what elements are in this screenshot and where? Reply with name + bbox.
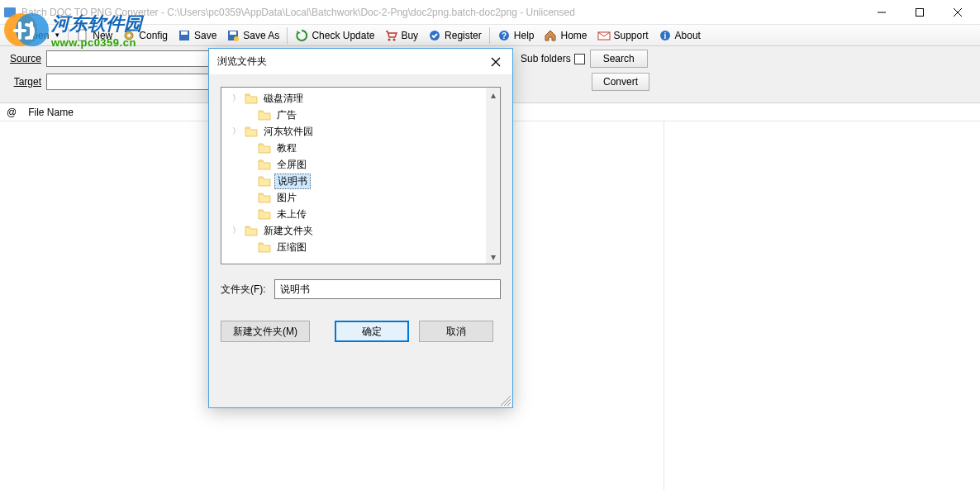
register-icon: [428, 29, 441, 42]
help-icon: ?: [497, 29, 511, 42]
mail-icon: [597, 29, 611, 42]
tree-item-label: 广告: [274, 108, 299, 122]
tree-scrollbar[interactable]: ▴▾: [486, 88, 500, 264]
svg-rect-3: [916, 8, 924, 16]
svg-point-11: [234, 36, 239, 41]
svg-rect-4: [78, 30, 86, 40]
list-pane-right: [664, 121, 980, 490]
search-button[interactable]: Search: [590, 50, 648, 68]
svg-text:i: i: [664, 31, 666, 40]
svg-point-12: [388, 38, 391, 40]
tree-item[interactable]: 教程: [221, 140, 500, 156]
folder-icon: [258, 109, 271, 121]
svg-text:?: ?: [502, 31, 507, 40]
folder-icon: [258, 192, 271, 203]
tree-item-label: 全屏图: [274, 158, 309, 172]
tree-item-label: 说明书: [274, 174, 311, 189]
expander-icon[interactable]: 〉: [231, 126, 241, 137]
folder-field-label: 文件夹(F):: [221, 283, 266, 297]
subfolders-checkbox-wrap[interactable]: Sub folders: [521, 53, 585, 64]
tree-item[interactable]: 广告: [221, 107, 500, 123]
folder-icon: [258, 208, 271, 220]
app-icon: [3, 6, 17, 19]
tree-item[interactable]: 图片: [221, 189, 500, 206]
window-titlebar: Batch DOC TO PNG Converter - C:\Users\pc…: [0, 0, 980, 25]
tree-item-label: 压缩图: [274, 240, 309, 255]
resize-grip-icon[interactable]: [501, 396, 511, 406]
tree-item-label: 未上传: [274, 207, 309, 221]
maximize-button[interactable]: [901, 0, 939, 25]
tree-item-label: 图片: [274, 191, 299, 205]
tree-item[interactable]: 全屏图: [221, 156, 500, 173]
dialog-close-button[interactable]: [488, 54, 504, 70]
minimize-button[interactable]: [863, 0, 901, 25]
buy-button[interactable]: Buy: [379, 27, 423, 44]
toolbar: Open▼ New Config Save Save As Check Upda…: [0, 25, 980, 46]
tree-item-label: 磁盘清理: [261, 92, 306, 106]
tree-item[interactable]: 〉磁盘清理: [221, 90, 500, 107]
config-button[interactable]: Config: [117, 27, 173, 44]
folder-icon: [258, 241, 271, 253]
folder-icon: [245, 93, 258, 104]
save-button[interactable]: Save: [173, 27, 221, 44]
tree-item[interactable]: 压缩图: [221, 239, 500, 255]
new-icon: [76, 29, 89, 42]
expander-icon[interactable]: 〉: [231, 225, 241, 236]
save-icon: [178, 29, 191, 42]
new-button[interactable]: New: [71, 27, 117, 44]
tree-item-label: 河东软件园: [261, 125, 316, 139]
chevron-down-icon: ▼: [54, 31, 60, 39]
cancel-button[interactable]: 取消: [419, 321, 493, 342]
support-button[interactable]: Support: [592, 27, 654, 44]
register-button[interactable]: Register: [423, 27, 487, 44]
tree-item-label: 新建文件夹: [261, 224, 316, 238]
dialog-titlebar: 浏览文件夹: [209, 49, 512, 75]
refresh-icon: [295, 29, 308, 42]
folder-icon: [258, 142, 271, 154]
source-label: Source: [7, 53, 41, 64]
tree-item[interactable]: 〉河东软件园: [221, 123, 500, 140]
tree-item[interactable]: 〉新建文件夹: [221, 222, 500, 239]
scroll-down-icon[interactable]: ▾: [486, 250, 500, 264]
folder-icon: [245, 126, 258, 137]
scroll-up-icon[interactable]: ▴: [486, 88, 500, 102]
window-title: Batch DOC TO PNG Converter - C:\Users\pc…: [21, 7, 863, 18]
folder-icon: [258, 175, 271, 187]
folder-field-input[interactable]: [274, 279, 501, 299]
folder-icon: [258, 159, 271, 170]
open-button[interactable]: Open▼: [3, 27, 65, 44]
new-folder-button[interactable]: 新建文件夹(M): [221, 321, 310, 342]
about-button[interactable]: iAbout: [654, 27, 706, 44]
info-icon: i: [659, 29, 672, 42]
gear-icon: [122, 29, 136, 42]
expander-icon[interactable]: 〉: [231, 93, 241, 104]
folder-icon: [245, 225, 258, 236]
subfolders-checkbox[interactable]: [574, 54, 585, 64]
browse-folder-dialog: 浏览文件夹 〉磁盘清理广告〉河东软件园教程全屏图说明书图片未上传〉新建文件夹压缩…: [208, 48, 513, 408]
saveas-button[interactable]: Save As: [221, 27, 284, 44]
tree-item-label: 教程: [274, 141, 299, 155]
svg-rect-10: [230, 31, 236, 35]
svg-rect-8: [181, 31, 188, 35]
convert-button[interactable]: Convert: [592, 73, 649, 91]
open-icon: [8, 29, 21, 42]
home-button[interactable]: Home: [539, 27, 592, 44]
ok-button[interactable]: 确定: [335, 321, 409, 342]
saveas-icon: [226, 29, 240, 42]
tree-item[interactable]: 未上传: [221, 206, 500, 222]
check-update-button[interactable]: Check Update: [290, 27, 379, 44]
help-button[interactable]: ?Help: [492, 27, 540, 44]
folder-tree[interactable]: 〉磁盘清理广告〉河东软件园教程全屏图说明书图片未上传〉新建文件夹压缩图▴▾: [221, 87, 501, 264]
col-filename: File Name: [28, 107, 74, 118]
close-button[interactable]: [939, 0, 977, 25]
target-label: Target: [7, 76, 41, 88]
svg-point-6: [127, 34, 131, 37]
col-at: @: [7, 107, 17, 118]
cart-icon: [384, 29, 397, 42]
svg-rect-2: [4, 7, 16, 17]
home-icon: [544, 29, 557, 42]
svg-point-13: [393, 38, 396, 40]
tree-item[interactable]: 说明书: [221, 173, 500, 189]
dialog-title: 浏览文件夹: [217, 55, 267, 69]
